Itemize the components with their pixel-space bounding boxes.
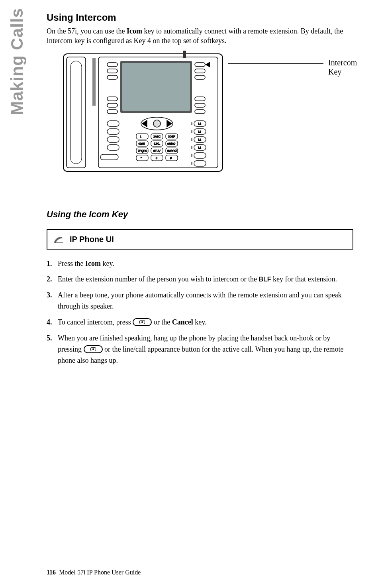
ui-box-label: IP Phone UI — [70, 235, 114, 244]
step-1: Press the Icom key. — [47, 258, 353, 269]
figure-wrapper: 1 2ABC 3DEF 4GHI 5JKL 6MNO 7PQRS 8TUV 9W… — [47, 50, 353, 189]
svg-rect-60 — [191, 122, 192, 125]
svg-rect-66 — [183, 51, 186, 58]
svg-text:4GHI: 4GHI — [138, 142, 145, 145]
svg-rect-65 — [191, 162, 192, 165]
side-tab-label: Making Calls — [9, 8, 25, 115]
side-tab: Making Calls — [3, 0, 31, 151]
svg-rect-12 — [107, 110, 118, 114]
svg-rect-14 — [195, 69, 205, 73]
callout-l2: Key — [328, 67, 341, 76]
svg-rect-48 — [166, 155, 178, 161]
s3-text: After a beep tone, your phone automatica… — [58, 291, 342, 310]
svg-text:2ABC: 2ABC — [153, 135, 161, 138]
svg-text:L1: L1 — [198, 146, 201, 149]
svg-rect-6 — [92, 58, 96, 106]
svg-rect-63 — [191, 146, 192, 149]
footer-title: Model 57i IP Phone User Guide — [59, 569, 141, 576]
svg-rect-61 — [191, 130, 192, 133]
page-content: Using Intercom On the 57i, you can use t… — [47, 12, 353, 371]
intro-pre: On the 57i, you can use the — [47, 27, 127, 35]
svg-rect-16 — [195, 97, 205, 101]
step-4: To cancel intercom, press or the Cancel … — [47, 317, 353, 328]
svg-rect-18 — [195, 110, 205, 114]
subsection-heading: Using the Icom Key — [47, 209, 353, 220]
step-3: After a beep tone, your phone automatica… — [47, 290, 353, 312]
svg-text:6MNO: 6MNO — [167, 142, 176, 145]
svg-text:*: * — [141, 157, 142, 159]
s5-mid: or the line/call appearance button for t… — [103, 345, 255, 353]
svg-text:8TUV: 8TUV — [153, 149, 161, 152]
step-5: When you are finished speaking, hang up … — [47, 333, 353, 366]
s1-post: key. — [101, 260, 114, 267]
svg-rect-26 — [136, 134, 148, 139]
s2-post: key for that extension. — [271, 275, 337, 283]
svg-rect-23 — [107, 137, 119, 142]
svg-text:3DEF: 3DEF — [168, 135, 175, 138]
s4-post: key. — [193, 318, 207, 326]
s4-pre: To cancel intercom, press — [58, 318, 133, 326]
callout-line — [228, 63, 323, 64]
callout-text: Intercom Key — [328, 58, 357, 77]
svg-rect-21 — [107, 121, 119, 126]
steps-list: Press the Icom key. Enter the extension … — [47, 258, 353, 366]
svg-text:7PQRS: 7PQRS — [138, 149, 147, 153]
svg-rect-44 — [136, 155, 148, 161]
svg-rect-64 — [191, 154, 192, 157]
svg-rect-25 — [100, 154, 118, 160]
ui-box: IP Phone UI — [47, 229, 353, 250]
svg-rect-5 — [122, 63, 190, 111]
svg-rect-11 — [107, 103, 118, 107]
svg-rect-13 — [195, 63, 205, 67]
page-number: 116 — [47, 569, 56, 576]
s4-key: Cancel — [172, 318, 193, 326]
s1-pre: Press the — [58, 260, 85, 267]
svg-text:L4: L4 — [198, 122, 201, 125]
intro-paragraph: On the 57i, you can use the Icom key to … — [47, 26, 353, 46]
svg-text:5JKL: 5JKL — [154, 142, 160, 145]
svg-point-20 — [153, 120, 161, 127]
svg-rect-8 — [107, 69, 118, 73]
svg-text:#: # — [170, 157, 172, 159]
page-footer: 116 Model 57i IP Phone User Guide — [47, 569, 141, 576]
svg-rect-1 — [67, 57, 86, 168]
step-2: Enter the extension number of the person… — [47, 274, 353, 285]
svg-text:0: 0 — [156, 157, 157, 159]
s4-mid: or the — [152, 318, 172, 326]
svg-text:1: 1 — [140, 135, 141, 138]
svg-text:L3: L3 — [198, 130, 201, 133]
intro-key: Icom — [127, 27, 142, 35]
phone-illustration: 1 2ABC 3DEF 4GHI 5JKL 6MNO 7PQRS 8TUV 9W… — [63, 50, 224, 173]
svg-rect-62 — [191, 138, 192, 141]
goodbye-key-icon — [133, 318, 152, 326]
svg-rect-22 — [107, 129, 119, 134]
svg-rect-9 — [107, 75, 118, 79]
svg-rect-59 — [194, 161, 206, 166]
section-heading: Using Intercom — [47, 12, 353, 23]
callout-l1: Intercom — [328, 58, 357, 67]
goodbye-key-icon — [84, 345, 103, 353]
svg-text:L2: L2 — [198, 138, 201, 141]
svg-rect-58 — [194, 153, 206, 158]
svg-text:9WXYZ: 9WXYZ — [167, 149, 177, 152]
hand-write-icon — [53, 235, 64, 244]
svg-rect-17 — [195, 103, 205, 107]
svg-rect-24 — [107, 145, 119, 150]
s1-key: Icom — [85, 260, 101, 267]
svg-rect-10 — [107, 97, 118, 101]
s2-pre: Enter the extension number of the person… — [58, 275, 259, 283]
s2-key: BLF — [259, 276, 271, 283]
svg-rect-15 — [195, 75, 205, 79]
svg-rect-7 — [107, 63, 118, 67]
